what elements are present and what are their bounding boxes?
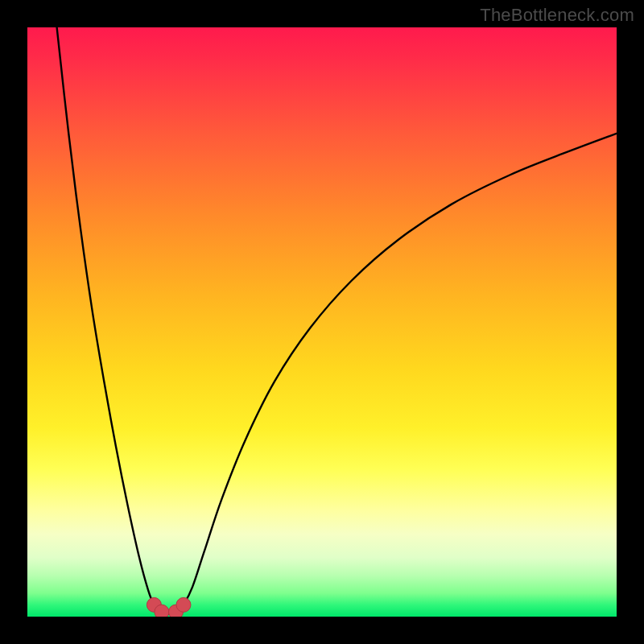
valley-marker <box>176 597 191 612</box>
bottleneck-curve <box>57 27 617 614</box>
valley-marker <box>155 605 169 617</box>
chart-frame: TheBottleneck.com <box>0 0 644 644</box>
plot-area <box>27 27 617 617</box>
watermark-text: TheBottleneck.com <box>480 5 634 26</box>
curve-layer <box>27 27 617 617</box>
